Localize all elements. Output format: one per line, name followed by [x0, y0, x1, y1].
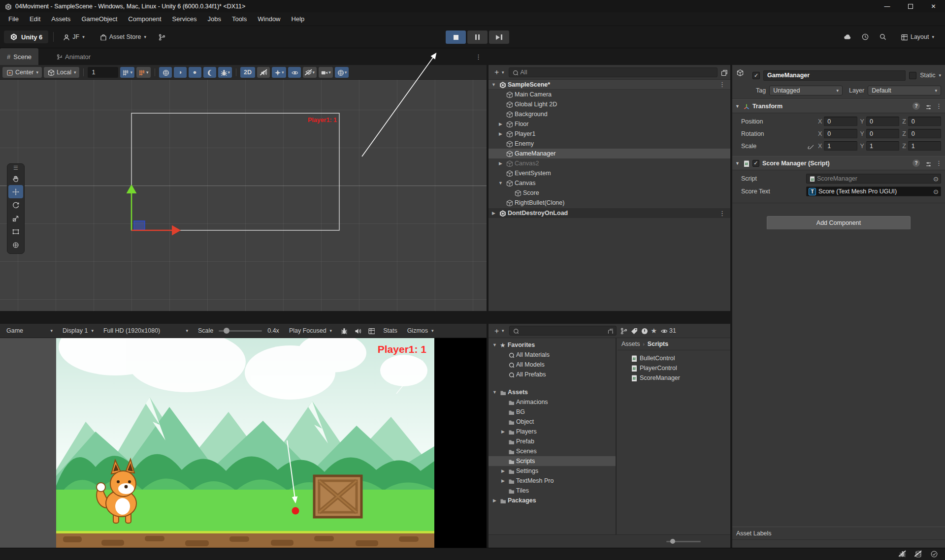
asset-size-knob[interactable] — [670, 539, 675, 544]
hierarchy-item-enemy[interactable]: Enemy — [489, 139, 730, 149]
position-x-field[interactable]: 0 — [824, 117, 857, 126]
hidden-count-badge[interactable]: 31 — [660, 327, 676, 334]
game-debug-button[interactable] — [337, 325, 350, 336]
project-assets-root[interactable]: ▼ Assets — [489, 387, 616, 397]
resolution-dropdown[interactable]: Full HD (1920x1080)▾ — [99, 324, 193, 338]
tab-animator[interactable]: Animator — [49, 48, 98, 65]
debug-draw-button[interactable]: ▾ — [218, 67, 232, 78]
cloud-icon[interactable] — [844, 33, 851, 41]
label-filter-icon[interactable] — [630, 327, 637, 334]
project-folder-settings[interactable]: ▶ Settings — [489, 466, 616, 476]
expander-closed-icon[interactable]: ▶ — [500, 429, 506, 434]
tool-handle-position-dropdown[interactable]: Center▾ — [2, 67, 42, 78]
close-button[interactable]: ✕ — [922, 0, 945, 12]
expander-closed-icon[interactable]: ▶ — [497, 131, 504, 136]
transform-tool-button[interactable] — [8, 238, 23, 251]
view-tool-button[interactable] — [8, 172, 23, 185]
project-fav-all-models[interactable]: All Models — [489, 360, 616, 370]
2d-mode-button[interactable]: 2D — [240, 67, 255, 78]
rotate-tool-button[interactable] — [8, 198, 23, 212]
presets-icon[interactable] — [925, 160, 931, 166]
static-checkbox[interactable] — [909, 72, 916, 79]
scale-y-field[interactable]: 1 — [866, 141, 899, 151]
component-menu-icon[interactable]: ⋮ — [936, 159, 942, 167]
help-icon[interactable]: ? — [912, 159, 920, 167]
hierarchy-search-input[interactable]: All — [509, 67, 717, 77]
menu-services[interactable]: Services — [167, 15, 202, 23]
minimize-button[interactable]: — — [876, 0, 899, 12]
audio-scene-button[interactable]: ● — [189, 67, 201, 78]
project-file-playercontrol[interactable]: PlayerControl — [630, 363, 730, 373]
project-folder-scenes[interactable]: Scenes — [489, 446, 616, 456]
grid-snapping-button[interactable]: ▾ — [120, 67, 134, 78]
stats-button[interactable]: Stats — [379, 324, 402, 338]
pause-button[interactable] — [467, 31, 488, 44]
open-search-window-icon[interactable] — [607, 328, 613, 334]
object-picker-icon[interactable]: ⊙ — [933, 188, 939, 195]
hierarchy-create-button[interactable]: ＋▾ — [491, 67, 506, 77]
menu-gameobject[interactable]: GameObject — [76, 15, 123, 23]
game-viewport[interactable]: Player1: 1 — [0, 338, 487, 548]
project-search-input[interactable] — [509, 326, 617, 336]
grid-size-field[interactable]: 1 — [88, 67, 118, 78]
move-tool-button[interactable] — [8, 185, 23, 198]
debugger-disabled-icon[interactable] — [899, 550, 907, 558]
hierarchy-item-score[interactable]: Score — [489, 188, 730, 198]
project-folder-textmeshpro[interactable]: ▶ TextMesh Pro — [489, 476, 616, 486]
hierarchy-item-rightbullet[interactable]: RightBullet(Clone) — [489, 198, 730, 208]
snap-increment-button[interactable]: ▾ — [136, 67, 151, 78]
favorites-filter-icon[interactable]: ★ — [651, 327, 657, 335]
maximize-button[interactable] — [899, 0, 922, 12]
project-folder-prefab[interactable]: Prefab — [489, 436, 616, 446]
expander-open-icon[interactable]: ▼ — [491, 390, 498, 395]
hierarchy-item-global-light[interactable]: Global Light 2D — [489, 99, 730, 109]
link-broken-icon[interactable] — [808, 143, 814, 149]
project-file-scoremanager[interactable]: ScoreManager — [630, 373, 730, 382]
tag-dropdown[interactable]: Untagged▾ — [769, 86, 843, 95]
project-folder-players[interactable]: ▶ Players — [489, 427, 616, 436]
object-picker-icon[interactable]: ⊙ — [933, 175, 939, 183]
project-folder-scripts[interactable]: Scripts — [489, 456, 616, 466]
tab-scene[interactable]: # Scene — [0, 48, 38, 65]
active-checkbox[interactable]: ✓ — [752, 72, 760, 79]
component-menu-icon[interactable]: ⋮ — [936, 102, 942, 110]
hierarchy-item-player1[interactable]: ▶ Player1 — [489, 129, 730, 139]
project-packages-root[interactable]: ▶ Packages — [489, 496, 616, 505]
rotation-x-field[interactable]: 0 — [824, 129, 857, 138]
expander-open-icon[interactable]: ▼ — [491, 342, 498, 347]
static-dropdown-icon[interactable]: ▾ — [939, 73, 941, 78]
expander-closed-icon[interactable]: ▶ — [497, 122, 504, 126]
asset-size-slider[interactable] — [666, 541, 701, 542]
scale-slider-knob[interactable] — [224, 328, 229, 334]
scale-slider[interactable] — [219, 330, 262, 332]
hierarchy-item-eventsystem[interactable]: EventSystem — [489, 168, 730, 178]
menu-edit[interactable]: Edit — [24, 15, 46, 23]
scene-effects-button[interactable]: ▾ — [272, 67, 286, 78]
step-button[interactable] — [489, 31, 509, 44]
project-folder-animacions[interactable]: Animacions — [489, 397, 616, 407]
history-icon[interactable] — [861, 33, 869, 41]
breadcrumb-current[interactable]: Scripts — [648, 341, 668, 347]
project-folder-bg[interactable]: BG — [489, 407, 616, 417]
game-gizmos-dropdown[interactable]: Gizmos▾ — [403, 324, 438, 338]
package-filter-icon[interactable] — [620, 327, 627, 334]
component-enabled-checkbox[interactable]: ✓ — [752, 160, 759, 167]
scene-panel-menu-icon[interactable]: ⋮ — [472, 53, 485, 61]
hierarchy-item-floor[interactable]: ▶ Floor — [489, 119, 730, 129]
display-dropdown[interactable]: Display 1▾ — [58, 324, 98, 338]
project-folder-object[interactable]: Object — [489, 417, 616, 427]
play-focused-dropdown[interactable]: Play Focused▾ — [285, 324, 336, 338]
scoretext-object-field[interactable]: T Score (Text Mesh Pro UGUI) ⊙ — [806, 187, 941, 196]
scene-row-menu-icon[interactable]: ⋮ — [716, 81, 728, 88]
script-object-field[interactable]: ScoreManager ⊙ — [806, 174, 941, 184]
scene-camera-button[interactable]: ▾ — [319, 67, 333, 78]
account-dropdown[interactable]: JF ▾ — [59, 33, 88, 40]
expander-open-icon[interactable]: ▼ — [490, 82, 497, 87]
scoremanager-component-header[interactable]: ▼ ✓ Score Manager (Script) ? ⋮ — [732, 156, 945, 170]
scale-z-field[interactable]: 1 — [908, 141, 941, 151]
overlay-handle-icon[interactable]: ☰ — [13, 165, 18, 172]
scene-audio-mute-button[interactable] — [257, 67, 270, 78]
game-audio-button[interactable] — [351, 325, 364, 336]
expander-open-icon[interactable]: ▼ — [735, 161, 740, 166]
presets-icon[interactable] — [925, 103, 931, 109]
